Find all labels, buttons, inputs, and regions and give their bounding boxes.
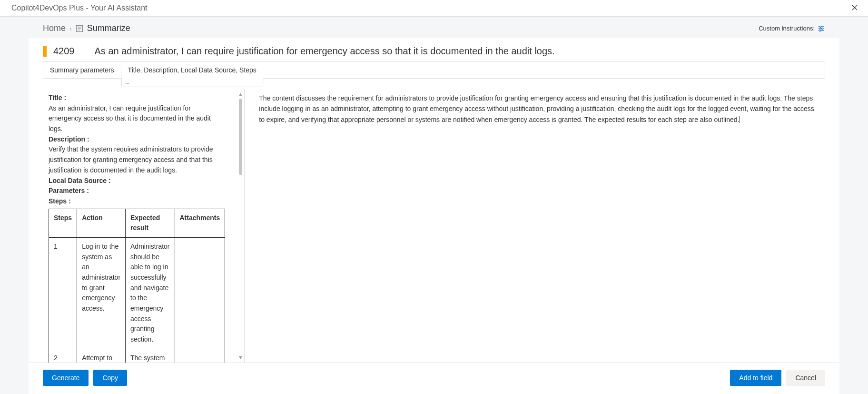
custom-instructions-button[interactable]: Custom instructions: bbox=[759, 25, 825, 32]
scroll-up-icon[interactable]: ▲ bbox=[237, 91, 243, 98]
summary-output-text: The content discusses the requirement fo… bbox=[259, 94, 814, 123]
parameters-label: Parameters : bbox=[49, 187, 89, 194]
description-value: Verify that the system requires administ… bbox=[49, 144, 225, 175]
col-steps: Steps bbox=[49, 209, 77, 237]
local-data-source-label: Local Data Source : bbox=[49, 177, 111, 184]
item-title: As an administrator, I can require justi… bbox=[81, 46, 555, 57]
cancel-button[interactable]: Cancel bbox=[786, 370, 825, 386]
custom-instructions-label: Custom instructions: bbox=[759, 25, 815, 32]
breadcrumb-row: Home › Summarize Custom instructions: bbox=[29, 17, 839, 38]
cell-step: 1 bbox=[49, 237, 77, 349]
title-value: As an administrator, I can require justi… bbox=[49, 103, 225, 134]
cell-action: Attempt to grant emergency access to a u… bbox=[77, 349, 126, 363]
cell-attachments bbox=[175, 237, 225, 349]
summary-output-pane[interactable]: The content discusses the requirement fo… bbox=[245, 89, 839, 363]
description-label: Description : bbox=[49, 135, 89, 143]
main-card: 4209 As an administrator, I can require … bbox=[29, 38, 839, 394]
source-pane: ▲ ▼ Title : As an administrator, I can r… bbox=[29, 89, 245, 363]
shell: Home › Summarize Custom instructions: 42… bbox=[0, 17, 868, 394]
col-attachments: Attachments bbox=[175, 209, 225, 237]
breadcrumb: Home › Summarize bbox=[43, 23, 130, 33]
cell-action: Log in to the system as an administrator… bbox=[77, 237, 126, 349]
summary-parameters-row: Summary parameters Title, Description, L… bbox=[43, 61, 825, 79]
title-label: Title : bbox=[49, 94, 66, 101]
cell-step: 2 bbox=[49, 349, 77, 363]
table-row: 1 Log in to the system as an administrat… bbox=[49, 237, 225, 349]
footer: Generate Copy Add to field Cancel bbox=[29, 363, 839, 394]
card-header: 4209 As an administrator, I can require … bbox=[29, 38, 839, 82]
steps-label: Steps : bbox=[49, 197, 71, 205]
item-title-row: 4209 As an administrator, I can require … bbox=[43, 46, 825, 57]
summary-parameters-label: Summary parameters bbox=[43, 62, 121, 78]
close-icon[interactable] bbox=[848, 2, 861, 14]
generate-button[interactable]: Generate bbox=[43, 370, 89, 386]
svg-point-7 bbox=[821, 28, 823, 29]
summarize-icon bbox=[76, 25, 83, 32]
breadcrumb-current: Summarize bbox=[87, 23, 130, 33]
table-row: 2 Attempt to grant emergency access to a… bbox=[49, 349, 225, 363]
svg-point-9 bbox=[819, 30, 820, 31]
sliders-icon bbox=[818, 25, 825, 32]
chevron-right-icon: › bbox=[69, 25, 72, 32]
scroll-down-icon[interactable]: ▼ bbox=[237, 354, 243, 361]
item-id: 4209 bbox=[53, 46, 75, 57]
table-header-row: Steps Action Expected result Attachments bbox=[49, 209, 225, 237]
summary-parameters-dropdown-hint[interactable]: ... bbox=[121, 78, 263, 86]
summary-parameters-value[interactable]: Title, Description, Local Data Source, S… bbox=[121, 62, 825, 78]
steps-table: Steps Action Expected result Attachments… bbox=[49, 209, 225, 363]
window-title: Copilot4DevOps Plus - Your AI Assistant bbox=[11, 4, 147, 12]
col-expected: Expected result bbox=[126, 209, 175, 237]
content-row: ▲ ▼ Title : As an administrator, I can r… bbox=[29, 89, 839, 363]
col-action: Action bbox=[77, 209, 126, 237]
add-to-field-button[interactable]: Add to field bbox=[730, 370, 781, 386]
cell-expected: The system should not allow the administ… bbox=[126, 349, 175, 363]
source-content[interactable]: Title : As an administrator, I can requi… bbox=[29, 89, 244, 363]
titlebar: Copilot4DevOps Plus - Your AI Assistant bbox=[0, 0, 868, 17]
copy-button[interactable]: Copy bbox=[93, 370, 127, 386]
cell-attachments bbox=[175, 349, 225, 363]
work-item-color-bar bbox=[43, 46, 47, 57]
svg-point-5 bbox=[819, 26, 821, 27]
cell-expected: Administrator should be able to log in s… bbox=[126, 237, 175, 349]
breadcrumb-home[interactable]: Home bbox=[43, 23, 66, 33]
scrollbar-thumb[interactable] bbox=[239, 99, 242, 175]
